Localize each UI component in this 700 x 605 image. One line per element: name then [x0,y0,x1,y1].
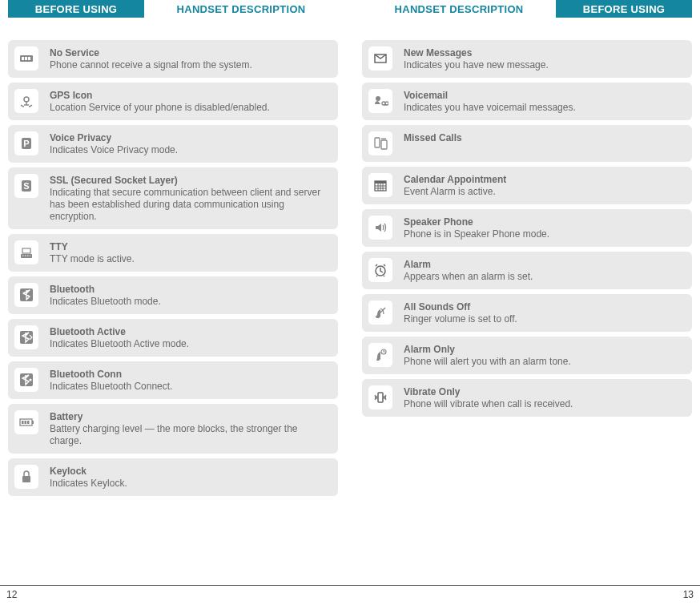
icon-list-right: New MessagesIndicates you have new messa… [362,40,692,417]
icon-definition-row: SSL (Secured Socket Layer)Indicating tha… [8,167,338,229]
icon-definition-row: Alarm OnlyPhone will alert you with an a… [362,337,692,374]
item-desc: Indicating that secure communication bet… [50,187,320,222]
icon-definition-row: New MessagesIndicates you have new messa… [362,40,692,78]
new-messages-icon [368,46,392,71]
page-left: BEFORE USING HANDSET DESCRIPTION No Serv… [8,0,338,585]
item-title: Speaker Phone [404,216,473,228]
item-desc: Event Alarm is active. [404,186,496,197]
icon-definition-row: Vibrate OnlyPhone will vibrate when call… [362,379,692,417]
item-title: Alarm Only [404,344,455,355]
item-desc: Phone cannot receive a signal from the s… [50,59,252,71]
item-text: No ServicePhone cannot receive a signal … [50,46,328,71]
tty-icon [14,240,38,264]
item-text: Voice PrivacyIndicates Voice Privacy mod… [50,131,328,156]
item-title: TTY [50,241,68,252]
item-desc: Ringer volume is set to off. [404,313,517,325]
item-text: SSL (Secured Socket Layer)Indicating tha… [50,174,328,223]
item-title: New Messages [404,47,472,58]
item-title: Calendar Appointment [404,174,506,185]
tab-handset-description: HANDSET DESCRIPTION [362,0,556,18]
voicemail-icon [368,89,392,113]
icon-definition-row: Bluetooth ActiveIndicates Bluetooth Acti… [8,319,338,357]
page-header-left: BEFORE USING HANDSET DESCRIPTION [8,0,338,18]
icon-definition-row: Missed Calls [362,125,692,162]
icon-definition-row: Speaker PhonePhone is in Speaker Phone m… [362,209,692,247]
item-desc: Appears when an alarm is set. [404,271,533,282]
page-number-right: 13 [683,589,694,600]
vibrate-only-icon [368,385,392,409]
icon-definition-row: Calendar AppointmentEvent Alarm is activ… [362,167,692,204]
item-desc: Indicates Voice Privacy mode. [50,144,178,155]
all-sounds-off-icon [368,300,392,325]
icon-definition-row: Bluetooth ConnIndicates Bluetooth Connec… [8,361,338,399]
icon-definition-row: VoicemailIndicates you have voicemail me… [362,83,692,120]
tab-before-using: BEFORE USING [556,0,692,18]
item-text: TTYTTY mode is active. [50,240,328,265]
alarm-only-icon [368,343,392,367]
item-title: Keylock [50,466,86,477]
item-desc: Location Service of your phone is disabl… [50,102,270,113]
item-text: BluetoothIndicates Bluetooth mode. [50,283,328,308]
item-text: Alarm OnlyPhone will alert you with an a… [404,343,682,368]
bluetooth-active-icon [14,325,38,349]
item-title: Vibrate Only [404,386,460,397]
battery-icon [14,410,38,434]
item-title: Bluetooth [50,284,95,295]
icon-definition-row: GPS IconLocation Service of your phone i… [8,83,338,120]
item-desc: Battery charging level — the more blocks… [50,423,298,446]
footer: 12 13 [0,585,700,605]
item-title: Voicemail [404,90,448,101]
item-desc: Indicates Bluetooth Active mode. [50,338,189,349]
item-text: KeylockIndicates Keylock. [50,465,328,490]
item-text: Missed Calls [404,131,682,144]
icon-definition-row: TTYTTY mode is active. [8,234,338,272]
no-service-icon [14,46,38,71]
bluetooth-icon [14,283,38,307]
item-text: Bluetooth ConnIndicates Bluetooth Connec… [50,368,328,393]
page-right: HANDSET DESCRIPTION BEFORE USING New Mes… [362,0,692,585]
item-text: Vibrate OnlyPhone will vibrate when call… [404,385,682,410]
ssl-icon [14,174,38,198]
item-desc: Phone is in Speaker Phone mode. [404,228,549,240]
tab-before-using: BEFORE USING [8,0,144,18]
icon-definition-row: No ServicePhone cannot receive a signal … [8,40,338,78]
item-desc: Indicates you have voicemail messages. [404,102,576,113]
icon-list-left: No ServicePhone cannot receive a signal … [8,40,338,496]
icon-definition-row: AlarmAppears when an alarm is set. [362,252,692,289]
item-title: Missed Calls [404,132,462,143]
page-number-left: 12 [6,589,17,600]
item-text: GPS IconLocation Service of your phone i… [50,89,328,114]
item-desc: Indicates you have new message. [404,59,549,71]
item-text: AlarmAppears when an alarm is set. [404,258,682,283]
item-desc: Phone will vibrate when call is received… [404,398,573,409]
keylock-icon [14,465,38,489]
icon-definition-row: KeylockIndicates Keylock. [8,458,338,496]
voice-privacy-icon [14,131,38,155]
calendar-icon [368,173,392,197]
item-title: All Sounds Off [404,301,470,313]
icon-definition-row: BluetoothIndicates Bluetooth mode. [8,276,338,314]
item-desc: TTY mode is active. [50,253,135,264]
item-title: GPS Icon [50,90,92,101]
item-text: Speaker PhonePhone is in Speaker Phone m… [404,216,682,240]
icon-definition-row: All Sounds OffRinger volume is set to of… [362,294,692,332]
item-text: Bluetooth ActiveIndicates Bluetooth Acti… [50,325,328,350]
missed-calls-icon [368,131,392,155]
alarm-icon [368,258,392,282]
item-title: Bluetooth Conn [50,369,122,380]
icon-definition-row: Voice PrivacyIndicates Voice Privacy mod… [8,125,338,163]
gps-icon [14,89,38,113]
item-text: All Sounds OffRinger volume is set to of… [404,300,682,325]
item-title: SSL (Secured Socket Layer) [50,175,178,186]
item-desc: Indicates Keylock. [50,478,127,489]
item-title: Voice Privacy [50,132,111,143]
icon-definition-row: BatteryBattery charging level — the more… [8,404,338,454]
item-text: BatteryBattery charging level — the more… [50,410,328,447]
bluetooth-conn-icon [14,368,38,392]
item-desc: Indicates Bluetooth Connect. [50,381,172,392]
item-text: VoicemailIndicates you have voicemail me… [404,89,682,114]
item-text: Calendar AppointmentEvent Alarm is activ… [404,173,682,198]
item-desc: Indicates Bluetooth mode. [50,296,161,307]
tab-handset-description: HANDSET DESCRIPTION [144,0,338,18]
item-title: Battery [50,411,82,422]
